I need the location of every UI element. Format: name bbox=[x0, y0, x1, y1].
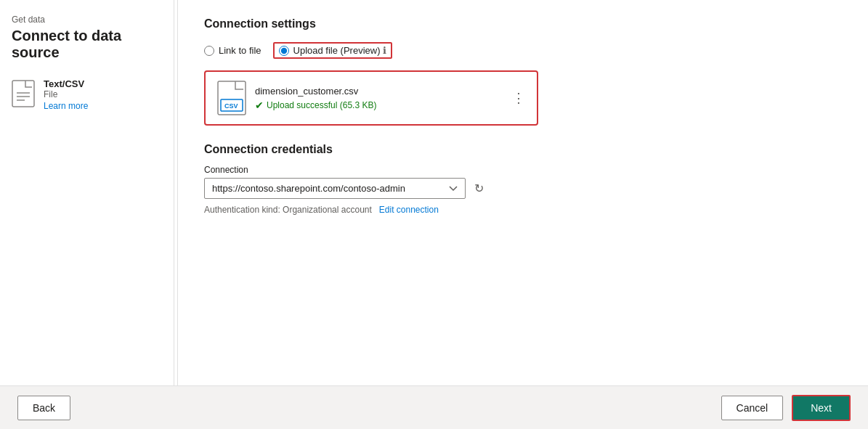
upload-option-wrapper: Upload file (Preview) ℹ bbox=[273, 42, 393, 59]
file-type-name: Text/CSV bbox=[44, 78, 88, 89]
cancel-button[interactable]: Cancel bbox=[721, 396, 784, 420]
credentials-section: Connection credentials Connection https:… bbox=[204, 143, 845, 215]
sidebar: Get data Connect to data source Text/CSV… bbox=[0, 0, 174, 385]
auth-text: Authentication kind: Organizational acco… bbox=[204, 205, 372, 215]
page-label: Get data bbox=[12, 15, 162, 25]
footer-right: Cancel Next bbox=[721, 395, 851, 421]
learn-more-link[interactable]: Learn more bbox=[44, 101, 88, 111]
svg-rect-0 bbox=[12, 81, 34, 107]
back-button[interactable]: Back bbox=[17, 396, 70, 420]
connection-select[interactable]: https://contoso.sharepoint.com/contoso-a… bbox=[204, 178, 466, 199]
upload-status: ✔ Upload successful (65.3 KB) bbox=[255, 99, 525, 111]
credentials-title: Connection credentials bbox=[204, 143, 845, 156]
refresh-button[interactable]: ↻ bbox=[471, 179, 487, 198]
file-info: dimension_customer.csv ✔ Upload successf… bbox=[255, 86, 525, 111]
svg-text:CSV: CSV bbox=[224, 102, 238, 110]
upload-file-radio[interactable] bbox=[279, 46, 289, 56]
file-upload-container: CSV dimension_customer.csv ✔ Upload succ… bbox=[204, 70, 538, 126]
sidebar-divider bbox=[177, 0, 178, 385]
connection-field-label: Connection bbox=[204, 165, 845, 175]
auth-info: Authentication kind: Organizational acco… bbox=[204, 205, 845, 215]
connection-row: https://contoso.sharepoint.com/contoso-a… bbox=[204, 178, 845, 199]
upload-file-label: Upload file (Preview) bbox=[293, 45, 381, 56]
file-type-label: File bbox=[44, 89, 88, 99]
file-type-item: Text/CSV File Learn more bbox=[12, 78, 162, 111]
next-button[interactable]: Next bbox=[792, 395, 851, 421]
page-title: Connect to data source bbox=[12, 28, 162, 61]
file-name: dimension_customer.csv bbox=[255, 86, 525, 97]
footer: Back Cancel Next bbox=[0, 385, 868, 429]
upload-file-option[interactable]: Upload file (Preview) bbox=[279, 45, 381, 56]
file-type-info: Text/CSV File Learn more bbox=[44, 78, 88, 111]
link-to-file-radio[interactable] bbox=[204, 46, 214, 56]
csv-file-icon: CSV bbox=[217, 81, 246, 115]
text-csv-icon bbox=[12, 80, 35, 107]
edit-connection-link[interactable]: Edit connection bbox=[379, 205, 439, 215]
main-panel: Connection settings Link to file Upload … bbox=[181, 0, 868, 385]
link-to-file-label: Link to file bbox=[219, 45, 261, 56]
more-options-button[interactable]: ⋮ bbox=[506, 87, 531, 109]
link-to-file-option[interactable]: Link to file bbox=[204, 45, 261, 56]
info-icon[interactable]: ℹ bbox=[383, 45, 386, 56]
radio-group: Link to file Upload file (Preview) ℹ bbox=[204, 42, 845, 59]
upload-status-text: Upload successful (65.3 KB) bbox=[267, 100, 376, 110]
connection-settings-title: Connection settings bbox=[204, 17, 845, 30]
check-icon: ✔ bbox=[255, 99, 264, 111]
